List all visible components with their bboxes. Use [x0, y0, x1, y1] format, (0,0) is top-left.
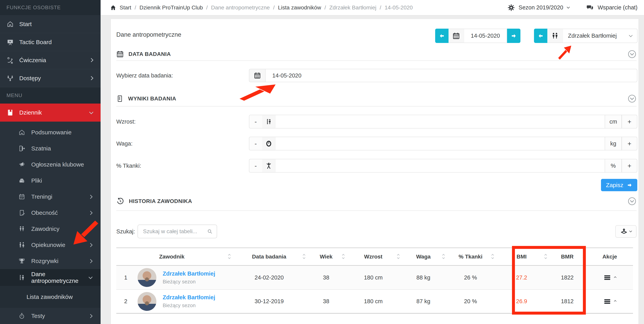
- submenu-item-label: Lista zawodników: [26, 294, 73, 300]
- increment-button[interactable]: +: [622, 159, 637, 172]
- support-chat-link[interactable]: Wsparcie (chat): [598, 4, 638, 11]
- breadcrumb-item[interactable]: Lista zawodników: [278, 4, 321, 11]
- player-select[interactable]: Zdrzałek Bartłomiej: [563, 29, 638, 43]
- submenu-item-label: Testy: [31, 313, 45, 319]
- breadcrumb-item[interactable]: 14-05-2020: [385, 4, 413, 11]
- waga-field: [275, 137, 605, 151]
- submenu-item-zawodnicy[interactable]: Zawodnicy: [0, 221, 100, 237]
- cell-bmi: 27.2: [495, 274, 548, 281]
- collapse-section-icon[interactable]: [628, 50, 636, 59]
- export-button[interactable]: [615, 225, 636, 238]
- column-header-wzrost[interactable]: Wzrost: [346, 254, 401, 260]
- collapse-section-icon[interactable]: [628, 197, 636, 206]
- submenu-item-label: Dane antropometryczne: [31, 271, 89, 284]
- column-header-wiek[interactable]: Wiek: [306, 254, 346, 260]
- cell-bmr: 1822: [548, 274, 586, 281]
- table-row: 2 Zdrzałek Bartłomiej Bieżący sezon 30-1…: [116, 290, 633, 314]
- date-next-button[interactable]: [507, 29, 520, 43]
- chevron-up-icon[interactable]: [614, 300, 616, 303]
- sort-icon[interactable]: [545, 254, 546, 259]
- player-name-link[interactable]: Zdrzałek Bartłomiej: [163, 271, 215, 277]
- player-season: Bieżący sezon: [163, 303, 215, 309]
- sort-icon[interactable]: [303, 254, 305, 259]
- column-header-tkanki[interactable]: % Tkanki: [446, 254, 495, 260]
- breadcrumb-item[interactable]: Zdrzałek Bartłomiej: [329, 4, 376, 11]
- submenu-item-rozgrywki[interactable]: Rozgrywki: [0, 253, 100, 269]
- increment-button[interactable]: +: [622, 137, 637, 151]
- decrement-button[interactable]: -: [249, 159, 262, 172]
- player-prev-button[interactable]: [534, 29, 547, 43]
- cell-bmr: 1812: [548, 298, 586, 305]
- chat-bubbles-icon[interactable]: [586, 4, 594, 11]
- date-prev-button[interactable]: [435, 29, 448, 43]
- home-icon[interactable]: [110, 4, 116, 11]
- gear-icon[interactable]: [508, 4, 515, 11]
- sidebar-item-tactic-board[interactable]: Tactic Board: [0, 33, 100, 51]
- sidebar-item-dostepy[interactable]: Dostępy: [0, 69, 100, 87]
- breadcrumb-separator: /: [324, 4, 326, 11]
- breadcrumb-item[interactable]: Dziennik ProTrainUp Club: [140, 4, 203, 11]
- sidebar-item-label: Ćwiczenia: [19, 57, 46, 64]
- cell-fat: 20 %: [446, 298, 495, 305]
- breadcrumb: Start / Dziennik ProTrainUp Club / Dane …: [110, 4, 413, 11]
- waga-input[interactable]: [276, 137, 605, 150]
- sidebar-item-start[interactable]: Start: [0, 15, 100, 33]
- sort-icon[interactable]: [443, 254, 444, 259]
- submenu-item-szatnia[interactable]: Szatnia: [0, 141, 100, 157]
- sort-icon[interactable]: [342, 254, 344, 259]
- sort-icon[interactable]: [583, 254, 585, 259]
- submenu-item-podsumowanie[interactable]: Podsumowanie: [0, 124, 100, 141]
- chevron-up-icon[interactable]: [614, 276, 616, 279]
- hamburger-menu-icon[interactable]: [603, 298, 611, 305]
- column-header-waga[interactable]: Waga: [401, 254, 446, 260]
- stopwatch-icon: [18, 313, 25, 320]
- chevron-right-icon: [88, 243, 92, 247]
- breadcrumb-item[interactable]: Dane antropometryczne: [211, 4, 270, 11]
- calendar-icon[interactable]: [249, 69, 265, 82]
- column-header-zawodnik[interactable]: Zawodnik: [135, 254, 232, 260]
- sort-icon[interactable]: [492, 254, 494, 259]
- collapse-section-icon[interactable]: [628, 94, 636, 103]
- chevron-right-icon: [88, 259, 92, 263]
- submenu-item-dane-antropometryczne[interactable]: Dane antropometryczne: [0, 269, 100, 286]
- date-input[interactable]: 14-05-2020: [265, 69, 637, 82]
- section-title: WYNIKI BADANIA: [128, 96, 176, 102]
- season-selector[interactable]: Sezon 2019/2020: [519, 4, 563, 11]
- section-title: DATA BADANIA: [128, 51, 171, 57]
- submenu-item-lista-zawodnikow[interactable]: Lista zawodników: [0, 286, 100, 308]
- sort-icon[interactable]: [398, 254, 399, 259]
- submenu-item-treningi[interactable]: Treningi: [0, 189, 100, 205]
- hamburger-menu-icon[interactable]: [603, 274, 611, 282]
- search-input[interactable]: [143, 228, 204, 235]
- column-header-bmi[interactable]: BMI: [495, 254, 548, 260]
- column-header-data-badania[interactable]: Data badania: [232, 254, 306, 260]
- submenu-item-opiekunowie[interactable]: Opiekunowie: [0, 237, 100, 253]
- cell-bmi: 26.9: [495, 298, 548, 305]
- sidebar-item-dziennik[interactable]: Dziennik: [0, 104, 100, 122]
- date-nav-value[interactable]: 14-05-2020: [464, 29, 507, 43]
- sidebar-section-personal: FUNKCJE OSOBISTE: [0, 0, 100, 15]
- section-historia-zawodnika: HISTORIA ZAWODNIKA: [116, 196, 636, 206]
- column-header-bmr[interactable]: BMR: [548, 254, 586, 260]
- submenu-item-obecnosc[interactable]: Obecność: [0, 205, 100, 221]
- submenu-item-testy[interactable]: Testy: [0, 308, 100, 324]
- save-button-label: Zapisz: [606, 182, 623, 188]
- player-navigator: Zdrzałek Bartłomiej: [534, 29, 638, 43]
- sort-icon[interactable]: [228, 254, 230, 259]
- attendance-doc-check-icon: [18, 209, 25, 216]
- save-button[interactable]: Zapisz: [601, 179, 637, 191]
- player-name-link[interactable]: Zdrzałek Bartłomiej: [163, 294, 215, 301]
- submenu-item-pliki[interactable]: Pliki: [0, 172, 100, 189]
- wzrost-input[interactable]: [276, 115, 605, 128]
- cell-fat: 26 %: [446, 274, 495, 281]
- decrement-button[interactable]: -: [249, 137, 262, 151]
- decrement-button[interactable]: -: [249, 115, 262, 129]
- sidebar-item-cwiczenia[interactable]: Ćwiczenia: [0, 51, 100, 69]
- tkanki-input[interactable]: [276, 159, 605, 172]
- column-header-label: % Tkanki: [458, 254, 482, 260]
- actions-cell: [586, 298, 633, 305]
- submenu-item-ogloszenia[interactable]: Ogłoszenia klubowe: [0, 157, 100, 172]
- increment-button[interactable]: +: [622, 115, 637, 129]
- divider: [116, 60, 636, 61]
- breadcrumb-item[interactable]: Start: [120, 4, 131, 11]
